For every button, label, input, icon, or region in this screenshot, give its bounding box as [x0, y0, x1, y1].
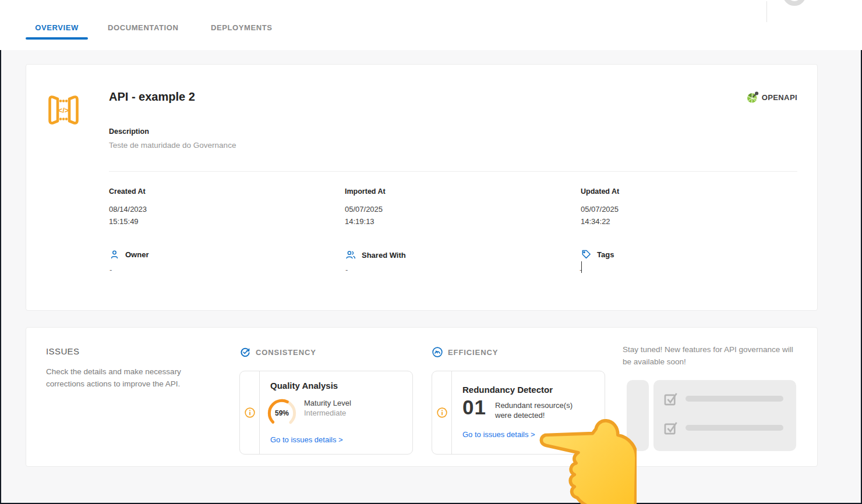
gauge-icon — [432, 346, 443, 358]
imported-at-time: 14:19:13 — [345, 215, 386, 228]
api-icon: </> — [45, 91, 82, 129]
updated-at-time: 14:34:22 — [581, 215, 619, 228]
top-right-divider — [766, 1, 767, 22]
imported-at-label: Imported At — [345, 187, 386, 196]
checkbox-icon — [663, 391, 679, 406]
openapi-badge: OPENAPI — [746, 91, 797, 104]
api-title: API - example 2 — [109, 90, 195, 104]
maturity-gauge-value: 59% — [267, 398, 297, 428]
issues-title: ISSUES — [46, 346, 79, 356]
imported-at-block: Imported At 05/07/2025 14:19:13 — [345, 187, 386, 228]
info-icon[interactable] — [244, 407, 256, 418]
consistency-section-header: CONSISTENCY — [239, 346, 316, 358]
owner-value: - — [109, 265, 112, 274]
efficiency-section-header: EFFICIENCY — [432, 346, 498, 358]
issues-panel: ISSUES Check the details and make necess… — [26, 327, 818, 467]
quality-issues-details-link[interactable]: Go to issues details > — [270, 435, 343, 444]
created-at-label: Created At — [109, 187, 147, 196]
issues-description: Check the details and make necessary cor… — [46, 366, 196, 391]
pointing-hand-annotation — [538, 407, 637, 504]
active-tab-indicator — [26, 37, 88, 40]
description-value: Teste de maturidade do Governance — [109, 141, 236, 150]
maturity-level-value: Intermediate — [304, 408, 351, 418]
openapi-label: OPENAPI — [762, 93, 797, 102]
created-at-date: 08/14/2023 — [109, 203, 147, 215]
partial-circle-decoration — [783, 0, 806, 6]
person-icon — [109, 249, 120, 260]
placeholder-line — [686, 396, 783, 402]
created-at-time: 15:15:49 — [109, 215, 147, 228]
sync-check-icon — [239, 346, 251, 358]
shared-with-row: Shared With — [345, 249, 406, 261]
people-icon — [345, 249, 356, 261]
info-icon[interactable] — [436, 407, 448, 418]
maturity-level-label: Maturity Level — [304, 398, 351, 408]
placeholder-line — [686, 425, 783, 431]
stay-tuned-text: Stay tuned! New features for API governa… — [623, 344, 797, 368]
imported-at-date: 05/07/2025 — [345, 203, 386, 215]
svg-text:</>: </> — [58, 106, 69, 115]
card-divider — [109, 171, 797, 172]
tags-row: Tags — [581, 249, 614, 260]
redundancy-issues-details-link[interactable]: Go to issues details > — [462, 430, 535, 439]
owner-row: Owner — [109, 249, 149, 260]
owner-label: Owner — [125, 250, 149, 259]
updated-at-label: Updated At — [581, 187, 619, 196]
api-overview-card: </> API - example 2 OPENAPI — [26, 64, 818, 311]
redundant-count: 01 — [462, 396, 486, 419]
tags-label: Tags — [597, 250, 614, 259]
description-label: Description — [109, 127, 149, 136]
shared-with-value: - — [345, 265, 348, 274]
redundancy-detector-title: Redundancy Detector — [462, 385, 553, 395]
tag-icon — [581, 249, 592, 260]
tab-bar: OVERVIEW DOCUMENTATION DEPLOYMENTS — [0, 0, 862, 50]
text-cursor-artifact — [581, 261, 582, 273]
consistency-section-label: CONSISTENCY — [256, 348, 316, 357]
tab-overview[interactable]: OVERVIEW — [26, 23, 88, 32]
openapi-logo-icon — [746, 91, 759, 104]
quality-analysis-card: Quality Analysis 59% Maturity Level Inte… — [239, 371, 413, 455]
updated-at-block: Updated At 05/07/2025 14:34:22 — [581, 187, 619, 228]
quality-analysis-title: Quality Analysis — [270, 381, 338, 391]
efficiency-section-label: EFFICIENCY — [448, 348, 498, 357]
shared-with-label: Shared With — [362, 251, 406, 260]
tab-deployments[interactable]: DEPLOYMENTS — [211, 23, 273, 32]
placeholder-card — [653, 380, 796, 451]
coming-soon-placeholder — [627, 380, 796, 451]
redundancy-card-strip — [432, 371, 452, 454]
quality-card-strip — [240, 371, 260, 454]
tab-documentation[interactable]: DOCUMENTATION — [108, 23, 178, 32]
created-at-block: Created At 08/14/2023 15:15:49 — [109, 187, 147, 228]
updated-at-date: 05/07/2025 — [581, 203, 619, 215]
checkbox-icon — [663, 420, 679, 435]
